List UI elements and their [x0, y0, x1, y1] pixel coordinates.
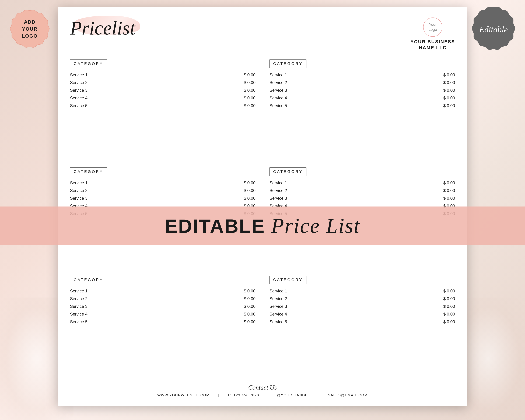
- service-name-cat3-1: Service 1: [70, 180, 87, 185]
- service-price-cat3-2: $ 0.00: [244, 188, 255, 193]
- category-header-1: CATEGORY: [70, 59, 107, 68]
- category-header-4: CATEGORY: [270, 168, 306, 176]
- service-row-cat2-1: Service 1$ 0.00: [270, 71, 455, 79]
- service-price-cat2-1: $ 0.00: [443, 73, 455, 77]
- service-name-cat6-3: Service 3: [270, 304, 287, 309]
- phone: +1 123 456 7890: [227, 393, 259, 397]
- banner-text: EDITABLE Price List: [165, 214, 360, 238]
- svg-text:LOGO: LOGO: [22, 33, 38, 39]
- service-price-cat2-5: $ 0.00: [443, 103, 455, 108]
- website: WWW.YOURWEBSITE.COM: [157, 393, 210, 397]
- category-header-text-6: CATEGORY: [273, 278, 303, 282]
- title-wrap: Pricelist: [70, 18, 411, 38]
- service-row-cat5-3: Service 3$ 0.00: [70, 303, 255, 310]
- logo-line2: Logo: [428, 27, 437, 32]
- service-name-cat4-2: Service 2: [270, 188, 287, 193]
- banner-bold-text: EDITABLE: [165, 215, 271, 237]
- service-name-cat6-1: Service 1: [270, 289, 287, 293]
- service-price-cat1-2: $ 0.00: [244, 80, 255, 85]
- service-row-cat5-4: Service 4$ 0.00: [70, 310, 255, 318]
- service-row-cat4-3: Service 3$ 0.00: [270, 195, 455, 202]
- service-price-cat4-3: $ 0.00: [443, 196, 455, 201]
- editable-badge: Editable: [471, 5, 516, 51]
- business-name-line1: YOUR BUSINESS: [411, 39, 455, 45]
- category-block-6: CATEGORYService 1$ 0.00Service 2$ 0.00Se…: [270, 276, 455, 375]
- service-name-cat1-5: Service 5: [70, 103, 87, 108]
- service-price-cat6-5: $ 0.00: [443, 319, 455, 324]
- business-name-line2: NAME LLC: [411, 45, 455, 51]
- service-row-cat6-3: Service 3$ 0.00: [270, 303, 455, 310]
- service-row-cat6-2: Service 2$ 0.00: [270, 295, 455, 303]
- service-name-cat5-3: Service 3: [70, 304, 87, 309]
- service-name-cat5-4: Service 4: [70, 312, 87, 317]
- service-price-cat2-4: $ 0.00: [443, 95, 455, 101]
- service-name-cat6-4: Service 4: [270, 312, 287, 317]
- service-price-cat1-4: $ 0.00: [244, 95, 255, 101]
- service-price-cat6-2: $ 0.00: [443, 296, 455, 301]
- category-header-5: CATEGORY: [70, 276, 107, 284]
- service-price-cat2-2: $ 0.00: [443, 80, 455, 85]
- business-info: Your Logo YOUR BUSINESS NAME LLC: [411, 18, 455, 51]
- service-row-cat1-5: Service 5$ 0.00: [70, 102, 255, 110]
- service-row-cat2-4: Service 4$ 0.00: [270, 94, 455, 102]
- service-name-cat1-1: Service 1: [70, 73, 87, 77]
- svg-text:ADD: ADD: [24, 19, 36, 25]
- category-header-3: CATEGORY: [70, 168, 107, 176]
- logo-line1: Your: [429, 22, 437, 27]
- service-price-cat4-2: $ 0.00: [443, 188, 455, 193]
- service-row-cat2-5: Service 5$ 0.00: [270, 102, 455, 110]
- contact-line: WWW.YOURWEBSITE.COM | +1 123 456 7890 | …: [70, 393, 455, 397]
- service-row-cat3-3: Service 3$ 0.00: [70, 195, 255, 202]
- category-header-text-2: CATEGORY: [273, 61, 303, 66]
- service-price-cat6-3: $ 0.00: [443, 304, 455, 309]
- category-header-text-4: CATEGORY: [273, 169, 303, 174]
- service-price-cat1-5: $ 0.00: [244, 103, 255, 108]
- svg-text:Editable: Editable: [479, 25, 508, 34]
- service-price-cat3-1: $ 0.00: [244, 180, 255, 185]
- service-row-cat2-2: Service 2$ 0.00: [270, 79, 455, 86]
- service-row-cat6-1: Service 1$ 0.00: [270, 287, 455, 295]
- pricelist-title: Pricelist: [70, 18, 411, 38]
- service-row-cat5-2: Service 2$ 0.00: [70, 295, 255, 303]
- service-price-cat1-1: $ 0.00: [244, 73, 255, 77]
- service-row-cat1-4: Service 4$ 0.00: [70, 94, 255, 102]
- service-name-cat6-5: Service 5: [270, 319, 287, 324]
- banner-script-text: Price List: [271, 214, 360, 237]
- service-row-cat1-1: Service 1$ 0.00: [70, 71, 255, 79]
- category-header-2: CATEGORY: [270, 59, 306, 68]
- logo-circle: Your Logo: [423, 18, 442, 37]
- service-price-cat6-4: $ 0.00: [443, 312, 455, 317]
- category-header-text-1: CATEGORY: [74, 61, 103, 66]
- service-name-cat2-3: Service 3: [270, 88, 287, 93]
- service-name-cat3-3: Service 3: [70, 196, 87, 201]
- service-price-cat5-2: $ 0.00: [244, 296, 255, 301]
- service-price-cat6-1: $ 0.00: [443, 289, 455, 293]
- service-name-cat4-3: Service 3: [270, 196, 287, 201]
- service-row-cat3-2: Service 2$ 0.00: [70, 187, 255, 195]
- service-price-cat2-3: $ 0.00: [443, 88, 455, 93]
- service-price-cat5-1: $ 0.00: [244, 289, 255, 293]
- category-block-1: CATEGORYService 1$ 0.00Service 2$ 0.00Se…: [70, 59, 255, 159]
- service-name-cat2-1: Service 1: [270, 73, 287, 77]
- add-logo-badge: ADD YOUR LOGO: [9, 9, 51, 51]
- handle: @YOUR.HANDLE: [277, 393, 310, 397]
- service-price-cat1-3: $ 0.00: [244, 88, 255, 93]
- service-row-cat6-5: Service 5$ 0.00: [270, 318, 455, 326]
- service-name-cat5-5: Service 5: [70, 319, 87, 324]
- promotional-banner: EDITABLE Price List: [0, 206, 525, 245]
- category-block-2: CATEGORYService 1$ 0.00Service 2$ 0.00Se…: [270, 59, 455, 159]
- service-name-cat1-2: Service 2: [70, 80, 87, 85]
- service-row-cat6-4: Service 4$ 0.00: [270, 310, 455, 318]
- service-name-cat3-2: Service 2: [70, 188, 87, 193]
- service-name-cat1-3: Service 3: [70, 88, 87, 93]
- service-row-cat5-5: Service 5$ 0.00: [70, 318, 255, 326]
- service-name-cat2-4: Service 4: [270, 95, 287, 101]
- service-row-cat5-1: Service 1$ 0.00: [70, 287, 255, 295]
- service-name-cat2-5: Service 5: [270, 103, 287, 108]
- document-footer: Contact Us WWW.YOURWEBSITE.COM | +1 123 …: [70, 380, 455, 397]
- service-price-cat5-4: $ 0.00: [244, 312, 255, 317]
- category-header-text-5: CATEGORY: [74, 278, 103, 282]
- contact-script: Contact Us: [70, 384, 455, 391]
- category-block-5: CATEGORYService 1$ 0.00Service 2$ 0.00Se…: [70, 276, 255, 375]
- service-row-cat4-1: Service 1$ 0.00: [270, 179, 455, 187]
